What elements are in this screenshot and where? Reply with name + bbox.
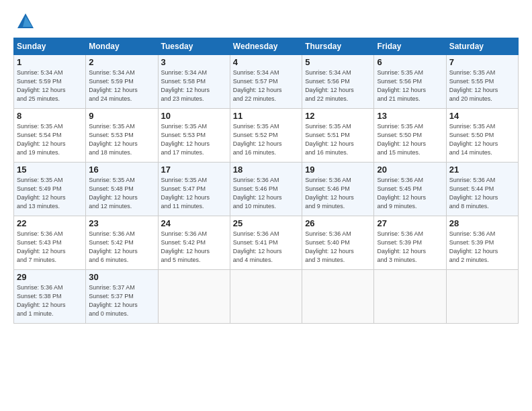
day-cell: 17Sunrise: 5:35 AM Sunset: 5:47 PM Dayli…	[158, 163, 230, 216]
col-saturday: Saturday	[446, 38, 518, 55]
day-info: Sunrise: 5:36 AM Sunset: 5:39 PM Dayligh…	[377, 230, 443, 265]
day-number: 25	[233, 218, 299, 228]
header	[13, 12, 519, 31]
day-cell: 28Sunrise: 5:36 AM Sunset: 5:39 PM Dayli…	[446, 216, 518, 270]
day-cell: 12Sunrise: 5:35 AM Sunset: 5:51 PM Dayli…	[302, 109, 374, 163]
day-cell	[374, 270, 446, 324]
day-cell: 11Sunrise: 5:35 AM Sunset: 5:52 PM Dayli…	[230, 109, 302, 163]
day-cell: 2Sunrise: 5:34 AM Sunset: 5:59 PM Daylig…	[86, 55, 158, 109]
day-info: Sunrise: 5:35 AM Sunset: 5:55 PM Dayligh…	[449, 68, 515, 103]
day-info: Sunrise: 5:36 AM Sunset: 5:46 PM Dayligh…	[233, 176, 299, 211]
day-info: Sunrise: 5:36 AM Sunset: 5:46 PM Dayligh…	[305, 176, 371, 211]
col-thursday: Thursday	[302, 38, 374, 55]
day-cell: 21Sunrise: 5:36 AM Sunset: 5:44 PM Dayli…	[446, 163, 518, 216]
week-row-2: 8Sunrise: 5:35 AM Sunset: 5:54 PM Daylig…	[14, 109, 519, 163]
day-cell: 23Sunrise: 5:36 AM Sunset: 5:42 PM Dayli…	[86, 216, 158, 270]
logo-icon	[16, 12, 35, 31]
week-row-5: 29Sunrise: 5:36 AM Sunset: 5:38 PM Dayli…	[14, 270, 519, 324]
day-info: Sunrise: 5:35 AM Sunset: 5:47 PM Dayligh…	[161, 176, 227, 211]
col-wednesday: Wednesday	[230, 38, 302, 55]
day-number: 28	[449, 218, 515, 228]
day-info: Sunrise: 5:35 AM Sunset: 5:49 PM Dayligh…	[17, 176, 83, 211]
day-info: Sunrise: 5:35 AM Sunset: 5:50 PM Dayligh…	[377, 122, 443, 157]
day-number: 16	[89, 165, 154, 175]
day-info: Sunrise: 5:34 AM Sunset: 5:58 PM Dayligh…	[161, 68, 227, 103]
day-info: Sunrise: 5:36 AM Sunset: 5:38 PM Dayligh…	[17, 283, 83, 318]
day-cell: 16Sunrise: 5:35 AM Sunset: 5:48 PM Dayli…	[86, 163, 158, 216]
week-row-1: 1Sunrise: 5:34 AM Sunset: 5:59 PM Daylig…	[14, 55, 519, 109]
day-cell: 7Sunrise: 5:35 AM Sunset: 5:55 PM Daylig…	[446, 55, 518, 109]
day-info: Sunrise: 5:36 AM Sunset: 5:41 PM Dayligh…	[233, 230, 299, 265]
day-info: Sunrise: 5:36 AM Sunset: 5:43 PM Dayligh…	[17, 230, 83, 265]
day-cell: 20Sunrise: 5:36 AM Sunset: 5:45 PM Dayli…	[374, 163, 446, 216]
col-monday: Monday	[86, 38, 158, 55]
col-tuesday: Tuesday	[158, 38, 230, 55]
day-number: 17	[161, 165, 227, 175]
day-cell: 27Sunrise: 5:36 AM Sunset: 5:39 PM Dayli…	[374, 216, 446, 270]
day-info: Sunrise: 5:37 AM Sunset: 5:37 PM Dayligh…	[89, 283, 154, 318]
day-number: 30	[89, 272, 154, 282]
day-number: 21	[449, 165, 515, 175]
day-cell: 22Sunrise: 5:36 AM Sunset: 5:43 PM Dayli…	[14, 216, 86, 270]
day-info: Sunrise: 5:36 AM Sunset: 5:42 PM Dayligh…	[161, 230, 227, 265]
day-cell	[302, 270, 374, 324]
day-number: 18	[233, 165, 299, 175]
day-cell: 4Sunrise: 5:34 AM Sunset: 5:57 PM Daylig…	[230, 55, 302, 109]
day-cell: 13Sunrise: 5:35 AM Sunset: 5:50 PM Dayli…	[374, 109, 446, 163]
day-number: 1	[17, 57, 83, 67]
calendar-table: Sunday Monday Tuesday Wednesday Thursday…	[13, 38, 519, 324]
day-info: Sunrise: 5:34 AM Sunset: 5:57 PM Dayligh…	[233, 68, 299, 103]
day-cell	[158, 270, 230, 324]
day-cell: 15Sunrise: 5:35 AM Sunset: 5:49 PM Dayli…	[14, 163, 86, 216]
day-info: Sunrise: 5:36 AM Sunset: 5:42 PM Dayligh…	[89, 230, 154, 265]
day-cell: 24Sunrise: 5:36 AM Sunset: 5:42 PM Dayli…	[158, 216, 230, 270]
day-info: Sunrise: 5:36 AM Sunset: 5:39 PM Dayligh…	[449, 230, 515, 265]
logo	[13, 12, 35, 31]
day-number: 9	[89, 111, 154, 121]
header-row: Sunday Monday Tuesday Wednesday Thursday…	[14, 38, 519, 55]
day-info: Sunrise: 5:36 AM Sunset: 5:44 PM Dayligh…	[449, 176, 515, 211]
day-number: 24	[161, 218, 227, 228]
day-number: 2	[89, 57, 154, 67]
day-info: Sunrise: 5:35 AM Sunset: 5:53 PM Dayligh…	[161, 122, 227, 157]
day-cell: 29Sunrise: 5:36 AM Sunset: 5:38 PM Dayli…	[14, 270, 86, 324]
day-number: 19	[305, 165, 371, 175]
day-number: 8	[17, 111, 83, 121]
day-info: Sunrise: 5:35 AM Sunset: 5:48 PM Dayligh…	[89, 176, 154, 211]
day-info: Sunrise: 5:35 AM Sunset: 5:53 PM Dayligh…	[89, 122, 154, 157]
day-cell: 10Sunrise: 5:35 AM Sunset: 5:53 PM Dayli…	[158, 109, 230, 163]
day-cell: 18Sunrise: 5:36 AM Sunset: 5:46 PM Dayli…	[230, 163, 302, 216]
day-number: 14	[449, 111, 515, 121]
day-number: 23	[89, 218, 154, 228]
day-info: Sunrise: 5:36 AM Sunset: 5:40 PM Dayligh…	[305, 230, 371, 265]
week-row-4: 22Sunrise: 5:36 AM Sunset: 5:43 PM Dayli…	[14, 216, 519, 270]
day-cell: 26Sunrise: 5:36 AM Sunset: 5:40 PM Dayli…	[302, 216, 374, 270]
day-cell: 14Sunrise: 5:35 AM Sunset: 5:50 PM Dayli…	[446, 109, 518, 163]
day-cell: 6Sunrise: 5:35 AM Sunset: 5:56 PM Daylig…	[374, 55, 446, 109]
week-row-3: 15Sunrise: 5:35 AM Sunset: 5:49 PM Dayli…	[14, 163, 519, 216]
day-info: Sunrise: 5:35 AM Sunset: 5:51 PM Dayligh…	[305, 122, 371, 157]
day-number: 15	[17, 165, 83, 175]
day-number: 11	[233, 111, 299, 121]
day-number: 20	[377, 165, 443, 175]
day-cell: 3Sunrise: 5:34 AM Sunset: 5:58 PM Daylig…	[158, 55, 230, 109]
day-info: Sunrise: 5:34 AM Sunset: 5:59 PM Dayligh…	[17, 68, 83, 103]
day-number: 10	[161, 111, 227, 121]
day-info: Sunrise: 5:36 AM Sunset: 5:45 PM Dayligh…	[377, 176, 443, 211]
day-number: 6	[377, 57, 443, 67]
day-cell: 19Sunrise: 5:36 AM Sunset: 5:46 PM Dayli…	[302, 163, 374, 216]
day-number: 22	[17, 218, 83, 228]
col-sunday: Sunday	[14, 38, 86, 55]
day-cell: 8Sunrise: 5:35 AM Sunset: 5:54 PM Daylig…	[14, 109, 86, 163]
col-friday: Friday	[374, 38, 446, 55]
day-number: 7	[449, 57, 515, 67]
day-info: Sunrise: 5:35 AM Sunset: 5:54 PM Dayligh…	[17, 122, 83, 157]
day-number: 13	[377, 111, 443, 121]
day-number: 29	[17, 272, 83, 282]
day-cell	[446, 270, 518, 324]
day-number: 4	[233, 57, 299, 67]
day-info: Sunrise: 5:34 AM Sunset: 5:56 PM Dayligh…	[305, 68, 371, 103]
day-cell: 5Sunrise: 5:34 AM Sunset: 5:56 PM Daylig…	[302, 55, 374, 109]
day-number: 26	[305, 218, 371, 228]
day-cell	[230, 270, 302, 324]
